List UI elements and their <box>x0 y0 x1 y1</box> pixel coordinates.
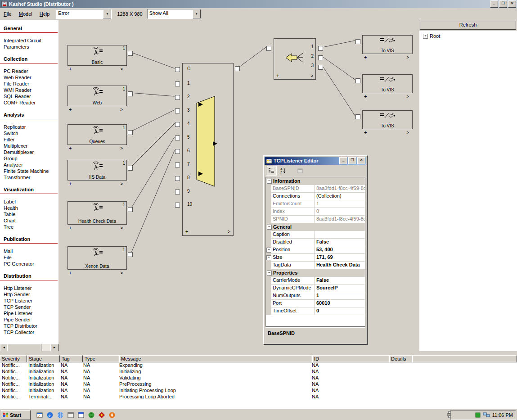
property-value[interactable]: (Collection) <box>315 193 365 200</box>
column-header-type[interactable]: Type <box>83 355 119 362</box>
property-row[interactable]: TagData Health Check Data <box>266 262 365 269</box>
tree-item-label[interactable]: Root <box>430 33 440 39</box>
chevron-control[interactable]: > <box>310 73 313 78</box>
chevron-control[interactable]: > <box>120 181 123 186</box>
sidebar-item-tree[interactable]: Tree <box>4 224 58 230</box>
node-web[interactable]: 1 Web + > <box>67 86 127 106</box>
node-to-vis-2[interactable]: To VIS + > <box>362 74 413 93</box>
property-row[interactable]: BaseSPNID 8aa3fdd1-f8cc-4f59-8de <box>266 185 365 193</box>
internet-explorer-icon[interactable]: e <box>46 411 54 419</box>
property-value[interactable]: False <box>315 277 365 284</box>
column-header-details[interactable]: Details <box>389 355 412 362</box>
compass-icon[interactable] <box>108 411 116 419</box>
output-port-checkbox[interactable] <box>235 66 240 71</box>
sidebar-item-table[interactable]: Table <box>4 211 58 217</box>
menu-file[interactable]: File <box>0 10 15 18</box>
input-port-checkbox[interactable] <box>175 108 180 113</box>
column-header-tag[interactable]: Tag <box>60 355 83 362</box>
sidebar-item-mail[interactable]: Mail <box>4 248 58 254</box>
show-desktop-icon[interactable] <box>36 411 43 419</box>
close-icon[interactable]: ✕ <box>508 0 516 8</box>
collapse-icon[interactable]: − <box>267 225 272 230</box>
menu-help[interactable]: Help <box>36 10 54 18</box>
sidebar-item-health[interactable]: Health <box>4 205 58 211</box>
column-header-severity[interactable]: Severity <box>0 355 27 362</box>
chevron-control[interactable]: > <box>120 107 123 112</box>
property-row[interactable]: Port 60010 <box>266 300 365 307</box>
log-row[interactable]: Notific... Terminati... NA NA Processing… <box>0 394 517 400</box>
sidebar-item-web-reader[interactable]: Web Reader <box>4 74 58 81</box>
input-port-checkbox[interactable] <box>175 176 180 181</box>
minimize-icon[interactable]: _ <box>490 0 498 8</box>
sidebar-item-replicator[interactable]: Replicator <box>4 124 58 130</box>
input-port-checkbox[interactable] <box>266 46 271 51</box>
expand-control[interactable]: + <box>69 271 72 275</box>
node-to-vis-1[interactable]: To VIS + > <box>362 35 413 54</box>
sidebar-item-http-sender[interactable]: Http Sender <box>4 291 58 298</box>
property-row[interactable]: Connections (Collection) <box>266 193 365 200</box>
scroll-right-icon[interactable]: ► <box>50 344 58 351</box>
output-port-checkbox[interactable] <box>128 91 133 96</box>
input-port-checkbox[interactable] <box>175 122 180 127</box>
expand-icon[interactable]: + <box>266 255 271 260</box>
property-value[interactable]: 8aa3fdd1-f8cc-4f59-8de <box>315 216 365 223</box>
expand-control[interactable]: + <box>69 181 72 186</box>
log-row[interactable]: Notific... Initialization NA NA Initiali… <box>0 369 517 375</box>
sidebar-item-integrated-circuit[interactable]: Integrated Circuit <box>4 37 58 44</box>
node-splitter[interactable]: 1 2 3 + > <box>274 38 316 80</box>
sidebar-item-file[interactable]: File <box>4 254 58 261</box>
expand-control[interactable]: + <box>69 67 72 72</box>
sidebar-item-sql-reader[interactable]: SQL Reader <box>4 93 58 99</box>
property-row[interactable]: CarrierMode False <box>266 277 365 285</box>
category-row[interactable]: − Properties <box>266 269 365 277</box>
input-port-checkbox[interactable] <box>175 81 180 86</box>
sidebar-item-filter[interactable]: Filter <box>4 136 58 143</box>
expand-control[interactable]: + <box>185 229 188 234</box>
sidebar-item-switch[interactable]: Switch <box>4 130 58 136</box>
column-header-message[interactable]: Message <box>119 355 312 362</box>
property-row[interactable]: DynamicCPMode SourceIP <box>266 285 365 292</box>
sidebar-item-com-reader[interactable]: COM+ Reader <box>4 99 58 106</box>
sidebar-item-tcp-collector[interactable]: TCP Collector <box>4 329 58 335</box>
property-value[interactable]: 53, 400 <box>315 246 365 253</box>
property-value[interactable]: 60010 <box>315 300 365 307</box>
property-value[interactable]: SourceIP <box>315 285 365 292</box>
node-iis-data[interactable]: 1 IIS Data + > <box>67 160 127 181</box>
sidebar-item-file-reader[interactable]: File Reader <box>4 81 58 87</box>
collapse-icon[interactable]: − <box>267 179 272 184</box>
input-port-checkbox[interactable] <box>175 190 180 194</box>
tree-item-root[interactable]: + Root <box>419 31 517 39</box>
window-icon[interactable] <box>67 411 74 419</box>
property-row[interactable]: NumOutputs 1 <box>266 292 365 300</box>
expand-control[interactable]: + <box>69 107 72 112</box>
property-value[interactable]: 1 <box>315 292 365 299</box>
expand-control[interactable]: + <box>364 130 367 135</box>
sidebar-item-wmi-reader[interactable]: WMI Reader <box>4 87 58 93</box>
input-port-checkbox[interactable] <box>175 67 180 72</box>
restore-icon[interactable]: ❐ <box>499 0 507 8</box>
chevron-control[interactable]: > <box>120 226 123 230</box>
log-row[interactable]: Notific... Initialization NA NA PreProce… <box>0 381 517 388</box>
window-icon[interactable] <box>77 411 85 419</box>
property-row[interactable]: + Position 53, 400 <box>266 246 365 254</box>
sidebar-item-http-listener[interactable]: Http Listener <box>4 285 58 291</box>
property-row[interactable]: Index 0 <box>266 208 365 216</box>
output-port-checkbox[interactable] <box>128 130 133 135</box>
expand-control[interactable]: + <box>276 73 279 78</box>
output-port-checkbox[interactable] <box>128 51 133 56</box>
chevron-control[interactable]: > <box>406 55 409 60</box>
property-value[interactable]: 0 <box>315 208 365 215</box>
sidebar-item-label[interactable]: Label <box>4 199 58 205</box>
network-icon[interactable] <box>483 412 490 418</box>
error-level-select[interactable]: Error ▼ <box>56 9 112 19</box>
expand-control[interactable]: + <box>69 146 72 151</box>
expand-icon[interactable]: + <box>266 248 271 253</box>
property-grid[interactable]: − Information BaseSPNID 8aa3fdd1-f8cc-4f… <box>265 177 365 326</box>
window-titlebar[interactable]: Kashef Studio (Distributor ) _ ❐ ✕ <box>0 0 517 8</box>
sidebar-item-pipe-listener[interactable]: Pipe Listener <box>4 310 58 316</box>
output-port-checkbox[interactable] <box>318 65 323 70</box>
editor-titlebar[interactable]: TCPListener Editor _ ❐ ✕ <box>265 157 366 165</box>
input-port-checkbox[interactable] <box>175 95 180 100</box>
sidebar-item-multiplexer[interactable]: Multiplexer <box>4 143 58 149</box>
property-value[interactable]: 8aa3fdd1-f8cc-4f59-8de <box>315 185 365 192</box>
